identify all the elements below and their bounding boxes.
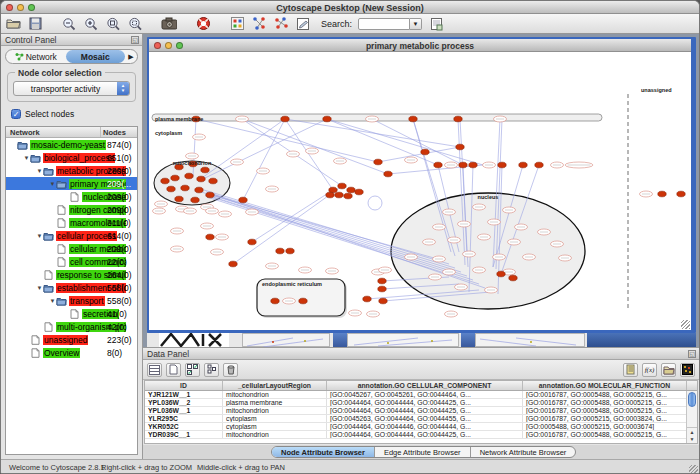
tree-item[interactable]: ▼establishment of lo558(0) [6, 281, 137, 294]
browser-tab[interactable]: Edge Attribute Browser [375, 447, 471, 457]
network-node[interactable] [181, 185, 189, 191]
network-node[interactable] [454, 116, 462, 122]
function-builder-icon[interactable]: f(x) [642, 363, 657, 377]
network-node[interactable] [344, 193, 352, 199]
tree-item[interactable]: ▼primary metabo209(... [6, 177, 137, 190]
zoom-in-icon[interactable] [83, 16, 99, 31]
network-node[interactable] [497, 271, 505, 277]
expand-arrow-icon[interactable]: ▼ [36, 285, 43, 291]
network-node[interactable] [271, 298, 279, 304]
open-folder-icon[interactable] [5, 16, 21, 31]
network-node[interactable] [167, 186, 175, 192]
zoom-out-icon[interactable] [61, 16, 77, 31]
network-node[interactable] [456, 144, 464, 150]
table-scrollbar[interactable]: ▲▼ [686, 391, 697, 443]
network-node[interactable] [409, 116, 417, 122]
save-icon[interactable] [27, 16, 43, 31]
network-view-b-icon[interactable] [273, 16, 289, 31]
network-node[interactable] [355, 189, 363, 195]
network-edge[interactable] [372, 119, 463, 165]
snapshot-icon[interactable] [161, 16, 177, 31]
network-view-titlebar[interactable]: primary metabolic process [149, 39, 691, 52]
network-node[interactable] [378, 278, 386, 284]
zoom-selected-icon[interactable] [127, 16, 143, 31]
network-node[interactable] [335, 192, 343, 198]
column-header[interactable]: ID [145, 381, 223, 390]
network-node[interactable] [363, 296, 371, 302]
network-node[interactable] [498, 162, 506, 168]
float-data-panel-icon[interactable]: ◱ [688, 350, 696, 358]
network-node[interactable] [229, 261, 237, 267]
help-icon[interactable] [195, 16, 211, 31]
table-row[interactable]: YPL036W__2plasma membrane[GO:0044464, GO… [145, 399, 697, 407]
column-header[interactable]: annotation.GO MOLECULAR_FUNCTION [523, 381, 687, 390]
tree-item[interactable]: multi-organism pro42(0) [6, 320, 137, 333]
window-resize-grip[interactable] [689, 465, 698, 474]
network-node[interactable] [197, 176, 205, 182]
network-node[interactable] [286, 248, 294, 254]
expand-arrow-icon[interactable]: ▼ [49, 298, 56, 304]
network-node[interactable] [347, 187, 355, 193]
tree-item[interactable]: ▼biological_process651(0) [6, 151, 137, 164]
tree-item[interactable]: cellular metabol209(0) [6, 242, 137, 255]
tabs-overflow-icon[interactable]: ▶ [125, 53, 137, 61]
network-node[interactable] [175, 196, 183, 202]
import-table-icon[interactable] [428, 16, 444, 31]
table-row[interactable]: YPL036W__1mitochondrion[GO:0044464, GO:0… [145, 407, 697, 415]
table-row[interactable]: YDR039C__1mitochondrion[GO:0044464, GO:0… [145, 431, 697, 439]
tree-item[interactable]: secretion41(0) [6, 307, 137, 320]
network-node[interactable] [469, 162, 477, 168]
expand-arrow-icon[interactable]: ▼ [36, 233, 43, 239]
network-node[interactable] [384, 171, 392, 177]
tree-header-network[interactable]: Network [6, 127, 101, 137]
column-header[interactable]: annotation.GO CELLULAR_COMPONENT [327, 381, 523, 390]
search-input[interactable] [358, 18, 410, 30]
network-node[interactable] [161, 178, 169, 184]
expand-arrow-icon[interactable]: ▼ [23, 155, 30, 161]
expand-arrow-icon[interactable]: ▼ [49, 181, 56, 187]
tree-item[interactable]: Overview8(0) [6, 346, 137, 359]
browser-tab[interactable]: Node Attribute Browser [272, 447, 375, 457]
network-canvas[interactable]: plasma membranecytoplasmmitochondrionnuc… [149, 52, 691, 330]
network-node[interactable] [519, 162, 527, 168]
network-node[interactable] [195, 187, 203, 193]
tree-item[interactable]: macromolecule311(0) [6, 216, 137, 229]
network-node[interactable] [206, 234, 214, 240]
search-dropdown-icon[interactable]: ▼ [410, 18, 422, 30]
network-node[interactable] [459, 162, 467, 168]
network-node[interactable] [239, 197, 247, 203]
new-attribute-icon[interactable] [166, 363, 181, 377]
network-node[interactable] [326, 192, 334, 198]
frame-resize-grip[interactable] [681, 320, 690, 329]
network-node[interactable] [201, 167, 209, 173]
network-node[interactable] [434, 162, 442, 168]
network-node[interactable] [379, 298, 387, 304]
network-node[interactable] [323, 116, 331, 122]
select-nodes-checkbox[interactable]: ✓ [11, 109, 21, 119]
network-node[interactable] [677, 191, 685, 197]
tree-item[interactable]: ▼transport558(0) [6, 294, 137, 307]
network-node[interactable] [509, 275, 517, 281]
network-node[interactable] [658, 191, 666, 197]
network-node[interactable] [378, 286, 386, 292]
network-edge[interactable] [252, 190, 333, 242]
attribute-batch-icon[interactable] [229, 16, 245, 31]
tab-mosaic[interactable]: Mosaic [66, 50, 126, 63]
tree-item[interactable]: response to stimul264(0) [6, 268, 137, 281]
float-panel-icon[interactable]: ◱ [131, 36, 139, 44]
tree-header-nodes[interactable]: Nodes [101, 127, 137, 137]
column-header[interactable]: _cellularLayoutRegion [223, 381, 327, 390]
network-node[interactable] [338, 183, 346, 189]
attribute-matrix-icon[interactable] [185, 363, 200, 377]
table-scrollbar-thumb[interactable] [688, 392, 696, 407]
network-node[interactable] [299, 298, 307, 304]
network-node[interactable] [185, 173, 193, 179]
import-attributes-icon[interactable] [661, 363, 676, 377]
network-node[interactable] [206, 192, 214, 198]
network-node[interactable] [535, 162, 543, 168]
tab-network[interactable]: Network [6, 50, 66, 63]
table-row[interactable]: YLR295Ccytoplasm[GO:0045263, GO:0044464,… [145, 415, 697, 423]
table-row[interactable]: YJR121W__1mitochondrion[GO:0045267, GO:0… [145, 391, 697, 399]
matrix-view-icon[interactable] [680, 363, 695, 377]
annotation-icon[interactable] [295, 16, 311, 31]
